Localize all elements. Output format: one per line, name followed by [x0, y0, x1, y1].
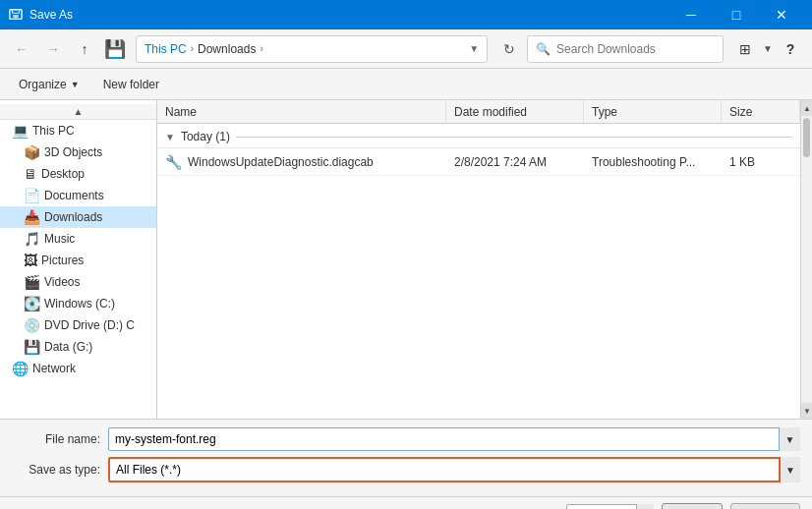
sidebar-item-videos[interactable]: 🎬Videos: [0, 271, 156, 293]
up-button[interactable]: ↑: [71, 35, 98, 63]
view-dropdown-arrow[interactable]: ▼: [763, 43, 773, 54]
file-list-header: Name Date modified Type Size: [157, 100, 800, 124]
location-icon: 💾: [104, 38, 126, 60]
sidebar-item-dvddrive(d:)c[interactable]: 💿DVD Drive (D:) C: [0, 314, 156, 336]
sidebar-item-data(g:)[interactable]: 💾Data (G:): [0, 336, 156, 358]
col-size[interactable]: Size: [722, 100, 800, 123]
sidebar-item-music[interactable]: 🎵Music: [0, 228, 156, 250]
sidebar-icon: 🎵: [24, 231, 40, 247]
sidebar-item-label: This PC: [32, 124, 75, 138]
scroll-down-btn[interactable]: ▼: [801, 403, 812, 419]
new-folder-button[interactable]: New folder: [94, 73, 168, 96]
sidebar-icon: 🖥: [24, 166, 37, 182]
sidebar-item-label: Videos: [44, 275, 80, 289]
sidebar-icon: 💻: [12, 123, 29, 139]
sidebar: ▲ 💻This PC📦3D Objects🖥Desktop📄Documents📥…: [0, 100, 157, 419]
organize-button[interactable]: Organize ▼: [10, 73, 88, 96]
sidebar-item-network[interactable]: 🌐Network: [0, 358, 156, 379]
search-input[interactable]: [556, 42, 715, 56]
scrollbar-right[interactable]: ▲ ▼: [800, 100, 812, 419]
file-list-body: ▼Today (1) 🔧 WindowsUpdateDiagnostic.dia…: [157, 124, 800, 176]
sidebar-item-label: DVD Drive (D:) C: [44, 318, 135, 332]
sidebar-scroll-up[interactable]: ▲: [0, 104, 156, 120]
breadcrumb-dropdown-arrow[interactable]: ▼: [469, 43, 479, 54]
file-type: Troubleshooting P...: [584, 151, 722, 173]
sidebar-icon: 💿: [24, 317, 40, 333]
breadcrumb-sep-1: ›: [191, 43, 194, 54]
sidebar-item-label: Desktop: [41, 167, 85, 181]
sidebar-item-downloads[interactable]: 📥Downloads: [0, 206, 156, 228]
sidebar-icon: 📦: [24, 144, 40, 160]
view-button[interactable]: ⊞: [731, 35, 759, 63]
help-button[interactable]: ?: [777, 35, 804, 63]
sidebar-icon: 🌐: [12, 361, 29, 376]
file-icon: 🔧: [165, 154, 182, 170]
sidebar-item-3dobjects[interactable]: 📦3D Objects: [0, 141, 156, 163]
col-date[interactable]: Date modified: [446, 100, 584, 123]
sidebar-item-label: Network: [32, 362, 76, 375]
col-type[interactable]: Type: [584, 100, 722, 123]
file-name-cell: 🔧 WindowsUpdateDiagnostic.diagcab: [157, 150, 446, 174]
sidebar-item-label: Documents: [44, 189, 104, 202]
file-list-container: Name Date modified Type Size ▼Today (1) …: [157, 100, 800, 419]
back-button[interactable]: ←: [8, 35, 35, 63]
sidebar-items: 💻This PC📦3D Objects🖥Desktop📄Documents📥Do…: [0, 120, 156, 379]
save-type-label: Save as type:: [12, 463, 100, 477]
file-date: 2/8/2021 7:24 AM: [446, 151, 584, 173]
sidebar-item-label: Data (G:): [44, 340, 92, 354]
footer-right: Encoding: UTF-8 UTF-16 LE UTF-16 BE ANSI…: [508, 503, 800, 510]
breadcrumb-this-pc[interactable]: This PC: [145, 42, 187, 56]
search-bar: 🔍: [527, 35, 724, 63]
title-bar-controls: ─ □ ✕: [668, 0, 804, 29]
sidebar-item-label: Pictures: [41, 254, 84, 267]
save-button[interactable]: Save: [662, 503, 722, 510]
main-content: ▲ 💻This PC📦3D Objects🖥Desktop📄Documents📥…: [0, 100, 812, 419]
minimize-button[interactable]: ─: [668, 0, 714, 29]
sidebar-icon: 🖼: [24, 253, 37, 268]
save-type-row: Save as type: All Files (*.*) ▼: [12, 457, 800, 482]
organize-dropdown-arrow: ▼: [71, 80, 80, 89]
breadcrumb-bar[interactable]: This PC › Downloads › ▼: [136, 35, 488, 63]
group-header-0[interactable]: ▼Today (1): [157, 124, 800, 148]
sidebar-icon: 🎬: [24, 274, 40, 290]
cancel-button[interactable]: Cancel: [730, 503, 800, 510]
sidebar-item-label: 3D Objects: [44, 145, 102, 159]
search-icon: 🔍: [536, 42, 551, 56]
sidebar-item-documents[interactable]: 📄Documents: [0, 185, 156, 206]
svg-rect-1: [13, 15, 18, 19]
encoding-select[interactable]: UTF-8 UTF-16 LE UTF-16 BE ANSI: [566, 504, 654, 510]
sidebar-item-thispc[interactable]: 💻This PC: [0, 120, 156, 141]
file-name-dropdown-arrow[interactable]: ▼: [779, 427, 800, 451]
sidebar-item-windows(c:)[interactable]: 💽Windows (C:): [0, 293, 156, 314]
sidebar-item-label: Windows (C:): [44, 297, 115, 311]
navigation-toolbar: ← → ↑ 💾 This PC › Downloads › ▼ ↻ 🔍 ⊞ ▼ …: [0, 29, 812, 69]
breadcrumb-downloads: Downloads: [198, 42, 256, 56]
save-type-wrapper: All Files (*.*) ▼: [108, 457, 800, 482]
save-type-select[interactable]: All Files (*.*): [108, 457, 800, 482]
action-bar: Organize ▼ New folder: [0, 69, 812, 100]
col-name[interactable]: Name: [157, 100, 446, 123]
refresh-button[interactable]: ↻: [495, 35, 523, 63]
file-name: WindowsUpdateDiagnostic.diagcab: [188, 155, 374, 169]
file-list: ▼Today (1) 🔧 WindowsUpdateDiagnostic.dia…: [157, 124, 800, 419]
footer-bar: ▲ Hide Folders Encoding: UTF-8 UTF-16 LE…: [0, 496, 812, 509]
title-bar-icon: [8, 7, 24, 23]
sidebar-icon: 💽: [24, 296, 40, 311]
sidebar-icon: 📥: [24, 209, 40, 225]
forward-button[interactable]: →: [39, 35, 67, 63]
encoding-section: Encoding: UTF-8 UTF-16 LE UTF-16 BE ANSI…: [508, 504, 654, 510]
breadcrumb-sep-2: ›: [260, 43, 262, 54]
file-row[interactable]: 🔧 WindowsUpdateDiagnostic.diagcab 2/8/20…: [157, 148, 800, 176]
sidebar-item-desktop[interactable]: 🖥Desktop: [0, 163, 156, 185]
bottom-section: File name: ▼ Save as type: All Files (*.…: [0, 419, 812, 496]
file-name-label: File name:: [12, 432, 100, 446]
sidebar-icon: 💾: [24, 339, 40, 355]
file-name-input[interactable]: [108, 427, 800, 451]
close-button[interactable]: ✕: [759, 0, 804, 29]
scroll-up-btn[interactable]: ▲: [801, 100, 812, 116]
sidebar-item-label: Downloads: [44, 210, 102, 224]
maximize-button[interactable]: □: [714, 0, 759, 29]
file-size: 1 KB: [722, 151, 800, 173]
scroll-thumb: [803, 118, 810, 157]
sidebar-item-pictures[interactable]: 🖼Pictures: [0, 250, 156, 271]
